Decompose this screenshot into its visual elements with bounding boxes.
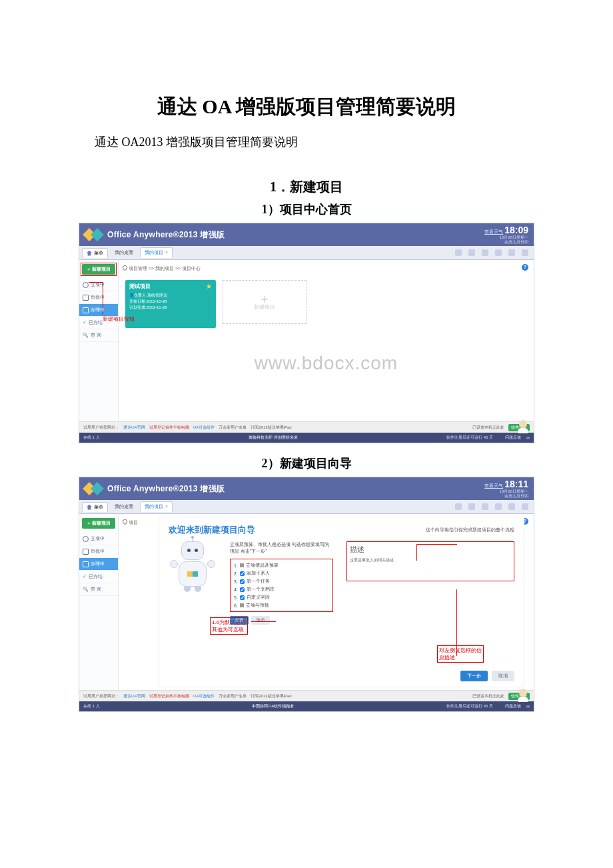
- sidebar-item-done[interactable]: ✓已办结: [79, 571, 118, 583]
- footer-link[interactable]: OA可选组件: [193, 693, 215, 699]
- checklist-item[interactable]: 1.立项信息及预算: [234, 561, 329, 569]
- checklist-item[interactable]: 6.立项与审批: [234, 601, 329, 609]
- tool-icon[interactable]: [455, 249, 462, 256]
- tool-icon[interactable]: [482, 503, 488, 510]
- sidebar-item-search[interactable]: 🔍查 询: [79, 583, 118, 596]
- new-project-button[interactable]: ＋ 新建项目: [82, 518, 115, 529]
- power-icon[interactable]: [522, 503, 528, 510]
- annotation-description: 对左侧复选框的信息描述: [437, 645, 484, 663]
- footer-link-bar: 试用用户推荐网址： 通达OA官网 试用登记抽奖平板电脑 OA可选组件 万余家用户…: [79, 690, 534, 701]
- sidebar-item-lixiang[interactable]: 立项中: [79, 533, 118, 545]
- wizard-checklist: 1.立项信息及预算 2.添加干系人 3.第一个任务 4.第一个文档库 5.自定义…: [230, 559, 333, 612]
- tab-desktop[interactable]: 我的桌面: [111, 502, 137, 511]
- wizard-description: 这个向导将指引你完成新建项目的整个流程: [426, 527, 514, 533]
- screenshot-1: Office Anywhere®2013 增强版 查看天气 18:09 10月2…: [79, 223, 534, 443]
- menu-button[interactable]: 菜单: [82, 248, 108, 258]
- tool-icon[interactable]: [482, 249, 488, 256]
- menu-button[interactable]: 菜单: [82, 502, 108, 512]
- status-slogan: 体验科技关怀 共创美好未来: [100, 435, 446, 441]
- doc-title: 通达 OA 增强版项目管理简要说明: [0, 93, 613, 121]
- next-button[interactable]: 下一步: [460, 671, 488, 681]
- assistant-avatar[interactable]: [515, 689, 531, 702]
- tabbar: 菜单 我的桌面 我的项目×: [79, 246, 534, 260]
- footer-link[interactable]: 万余家用户名单: [219, 425, 247, 431]
- status-bar: 在线 1 人 体验科技关怀 共创美好未来 软件注册后还可运行 45 天 问题反馈…: [79, 433, 534, 443]
- footer-link[interactable]: 订阅2013版送苹果iPad: [251, 425, 291, 431]
- sidebar-item-shenpi[interactable]: 审批中: [79, 545, 118, 558]
- description-box: 描述 这里是审批人的相关描述: [346, 541, 514, 581]
- tool-icon[interactable]: [468, 249, 475, 256]
- tab-desktop[interactable]: 我的桌面: [111, 248, 137, 257]
- menu-label: 菜单: [94, 250, 103, 257]
- checklist-item[interactable]: 3.第一个任务: [234, 577, 329, 585]
- tab-my-projects[interactable]: 我的项目×: [140, 247, 173, 258]
- search-icon[interactable]: [495, 249, 502, 256]
- wizard-panel: 欢迎来到新建项目向导 这个向导将指引你完成新建项目的整个流程 立项及预算、审批人…: [159, 517, 524, 687]
- feedback-link[interactable]: 问题反馈: [505, 703, 521, 709]
- weather-link[interactable]: 查看天气: [484, 483, 503, 488]
- project-card[interactable]: 测试项目 ★ 👤负责人:系统管理员 开始日期:2013-10-28 计划完成:2…: [125, 280, 216, 328]
- sidebar-item-shenpi[interactable]: 审批中: [79, 291, 118, 304]
- footer-link[interactable]: 万余家用户名单: [219, 693, 247, 699]
- help-icon[interactable]: ?: [522, 264, 528, 271]
- doc-subtitle: 通达 OA2013 增强版项目管理简要说明: [0, 121, 613, 166]
- app-brand: Office Anywhere®2013 增强版: [107, 483, 225, 495]
- select-all-button[interactable]: 全选: [230, 616, 249, 625]
- search-icon[interactable]: [495, 503, 502, 510]
- section-heading-1: 1．新建项目: [0, 178, 613, 196]
- close-icon[interactable]: ×: [165, 250, 168, 255]
- assistant-avatar[interactable]: [515, 420, 531, 433]
- pin-icon: [122, 265, 129, 271]
- star-icon[interactable]: ★: [206, 283, 212, 290]
- status-bar: 在线 1 人 中国协同OA软件领跑者 软件注册后还可运行 45 天 问题反馈 ✉: [79, 701, 534, 711]
- footer-link[interactable]: 通达OA官网: [123, 693, 145, 699]
- app-header: Office Anywhere®2013 增强版 查看天气 18:11 10月2…: [79, 477, 534, 500]
- sidebar-item-search[interactable]: 🔍查 询: [79, 329, 118, 342]
- footer-link[interactable]: 通达OA官网: [123, 425, 145, 431]
- sidebar-item-banli[interactable]: 办理中: [79, 558, 118, 571]
- clock: 18:09: [504, 225, 528, 235]
- tool-icon[interactable]: [455, 503, 462, 510]
- tool-icon[interactable]: [468, 503, 475, 510]
- add-card-label: 新建项目: [254, 303, 275, 311]
- step-heading-1-2: 2）新建项目向导: [0, 455, 613, 471]
- main-area: 项目管理 >> 我的项目 >> 项目中心 ? 测试项目 ★ 👤负责人:系统管理员…: [119, 260, 534, 421]
- weather-link[interactable]: 查看天气: [484, 229, 503, 234]
- key-icon[interactable]: [508, 503, 515, 510]
- key-icon[interactable]: [508, 249, 515, 256]
- feedback-link[interactable]: 问题反馈: [505, 435, 521, 441]
- clear-button[interactable]: 取消: [251, 616, 270, 625]
- sidebar-item-banli[interactable]: 办理中: [79, 304, 118, 317]
- footer-link-bar: 试用用户推荐网址： 通达OA官网 试用登记抽奖平板电脑 OA可选组件 万余家用户…: [79, 421, 534, 433]
- sidebar-item-done[interactable]: ✓已办结: [79, 317, 118, 329]
- annotation-line: [251, 621, 276, 622]
- trial-days: 软件注册后还可运行 45 天: [446, 435, 493, 441]
- description-body: 这里是审批人的相关描述: [350, 557, 511, 563]
- tab-my-projects[interactable]: 我的项目×: [140, 501, 173, 512]
- add-project-card[interactable]: ＋ 新建项目: [223, 280, 306, 324]
- checklist-item[interactable]: 2.添加干系人: [234, 569, 329, 577]
- tabbar: 菜单 我的桌面 我的项目×: [79, 500, 534, 514]
- footer-link[interactable]: 试用登记抽奖平板电脑: [149, 693, 189, 699]
- main-area: 项目 ? 欢迎来到新建项目向导 这个向导将指引你完成新建项目的整个流程: [119, 514, 534, 690]
- screenshot-2: Office Anywhere®2013 增强版 查看天气 18:11 10月2…: [79, 477, 534, 712]
- tab-label: 我的项目: [145, 250, 163, 255]
- checklist-item[interactable]: 4.第一个文档库: [234, 585, 329, 593]
- wizard-paragraph: 立项及预算、审批人是必选项 勾选你想要填写的信息 点击"下一步": [230, 541, 333, 555]
- annotation-line: [456, 589, 457, 656]
- header-tool-icons: [455, 249, 534, 256]
- footer-link[interactable]: OA可选组件: [193, 425, 215, 431]
- app-header: Office Anywhere®2013 增强版 查看天气 18:09 10月2…: [79, 223, 534, 246]
- footer-link[interactable]: 试用登记抽奖平板电脑: [149, 425, 189, 431]
- step-heading-1-1: 1）项目中心首页: [0, 201, 613, 217]
- sidebar-item-lixiang[interactable]: 立项中: [79, 279, 118, 291]
- plus-icon: ＋: [259, 294, 271, 303]
- footer-link[interactable]: 订阅2013版送苹果iPad: [251, 693, 291, 699]
- checklist-item[interactable]: 5.自定义字段: [234, 593, 329, 601]
- description-title: 描述: [350, 545, 511, 555]
- logo-icon: [91, 482, 104, 495]
- new-project-button[interactable]: ＋ 新建项目: [82, 264, 115, 275]
- power-icon[interactable]: [522, 249, 528, 256]
- status-slogan: 中国协同OA软件领跑者: [100, 703, 446, 709]
- cancel-button[interactable]: 取消: [492, 671, 514, 681]
